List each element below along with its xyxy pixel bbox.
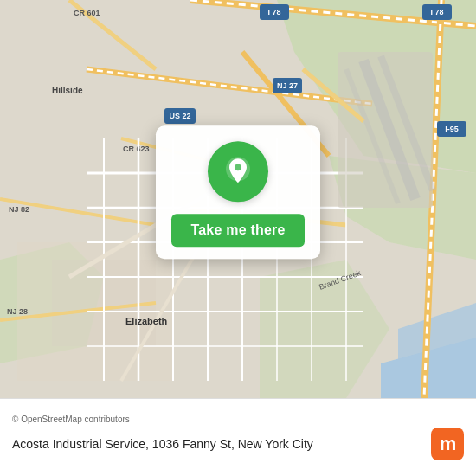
svg-text:I-95: I-95 xyxy=(445,125,459,133)
osm-credit: © OpenStreetMap contributors xyxy=(12,415,464,424)
cta-overlay: Take me there xyxy=(156,125,320,259)
pin-icon-container xyxy=(208,141,268,202)
map-container: CR 601 CR 623 NJ 81 NJ 82 NJ 28 xyxy=(0,0,476,398)
moovit-logo: m xyxy=(431,428,464,460)
address-row: Acosta Industrial Service, 1036 Fanny St… xyxy=(12,428,464,460)
svg-text:I 78: I 78 xyxy=(267,8,280,16)
location-pin-icon xyxy=(222,155,254,188)
svg-text:Hillside: Hillside xyxy=(52,86,83,95)
moovit-logo-letter: m xyxy=(431,428,464,460)
svg-text:Elizabeth: Elizabeth xyxy=(125,316,168,326)
address-text: Acosta Industrial Service, 1036 Fanny St… xyxy=(12,437,421,451)
svg-text:CR 623: CR 623 xyxy=(123,145,150,153)
svg-text:US 22: US 22 xyxy=(169,112,190,120)
svg-text:CR 601: CR 601 xyxy=(74,9,100,17)
osm-credit-text: © OpenStreetMap contributors xyxy=(12,415,130,424)
svg-text:NJ 28: NJ 28 xyxy=(7,307,28,316)
svg-text:NJ 82: NJ 82 xyxy=(9,205,29,214)
footer: © OpenStreetMap contributors Acosta Indu… xyxy=(0,398,476,476)
svg-text:I 78: I 78 xyxy=(430,8,443,16)
take-me-there-button[interactable]: Take me there xyxy=(171,214,305,247)
svg-text:NJ 27: NJ 27 xyxy=(277,81,298,90)
